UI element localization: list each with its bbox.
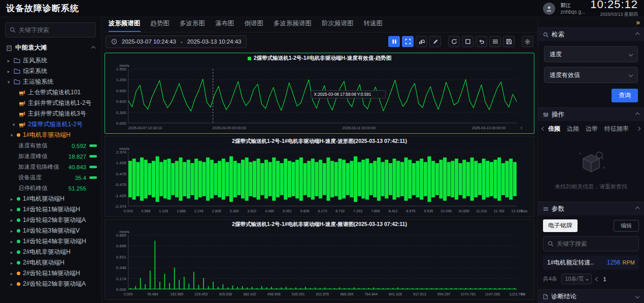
chevron-down-icon[interactable]	[635, 294, 639, 298]
spectrum-chart-panel[interactable]: 2煤带式输送机1-2号-1#电机非驱动端H-速度-频谱图(2025-03-13 …	[105, 219, 534, 300]
tree-item[interactable]: 上仓带式输送机101	[0, 87, 101, 98]
list-icon[interactable]	[489, 36, 501, 47]
view-tab[interactable]: 倒谱图	[245, 19, 264, 32]
chevron-right-icon[interactable]: ▸	[6, 58, 11, 63]
chevron-right-icon[interactable]: ▸	[9, 282, 14, 287]
pause-icon[interactable]	[388, 36, 400, 47]
page-size-select[interactable]: 10条/页	[561, 274, 592, 284]
waveform-chart-panel[interactable]: 2煤带式输送机1-2号-1#电机非驱动端H-速度-波形图(2025-03-13 …	[105, 136, 534, 217]
waveform-chart[interactable]: 2.3741.4250.475-0.475-1.425-2.374mm/s0.0…	[105, 145, 534, 216]
main-panel: 波形频谱图趋势图多波形图瀑布图倒谱图多波形频谱图阶次频谱图转速图 2025-03…	[101, 17, 537, 303]
section-diagnosis-header[interactable]: 诊断结论	[538, 289, 644, 303]
tree-root[interactable]: 中能袁大滩	[0, 43, 101, 55]
view-tab[interactable]: 多波形图	[180, 19, 205, 32]
chevron-right-icon[interactable]: ▸	[9, 207, 14, 212]
tree-item[interactable]: ▾主运输系统	[0, 77, 101, 87]
svg-text:0.000: 0.000	[116, 121, 126, 126]
tree-item[interactable]: ▸2#电机非驱动端H	[0, 247, 101, 257]
date-range-picker[interactable]: 2025-03-07 10:24:43 - 2025-03-13 10:24:4…	[106, 35, 247, 48]
refresh-icon[interactable]	[448, 36, 460, 47]
user-avatar[interactable]	[543, 3, 555, 15]
tree-item[interactable]: ▾1#电机非驱动端H	[0, 130, 101, 140]
tree-item[interactable]: ▸1#齿轮箱2轴非驱动端A	[0, 215, 101, 225]
site-icon	[6, 45, 12, 51]
chevron-up-icon[interactable]	[635, 112, 639, 117]
tree-item[interactable]: ▸综采系统	[0, 66, 101, 77]
user-meta[interactable]: 郭江 znhbqs g...	[560, 2, 585, 15]
chevron-down-icon[interactable]: ▾	[9, 133, 14, 138]
view-tab[interactable]: 转速图	[364, 19, 383, 32]
chevron-up-icon[interactable]	[91, 46, 95, 50]
section-ops-header[interactable]: 操作	[538, 107, 644, 121]
ops-tab[interactable]: 边带	[586, 125, 598, 133]
view-tab[interactable]: 趋势图	[151, 19, 170, 32]
ops-tab[interactable]: 倍频	[548, 125, 560, 133]
sidebar-search-input[interactable]	[19, 26, 91, 33]
params-search-input[interactable]	[557, 240, 634, 247]
tree-item[interactable]: ▸1#电机驱动端H	[0, 194, 101, 204]
trend-chart[interactable]: 1.5001.2000.9000.6000.3000.000mm/s2025-0…	[105, 62, 534, 133]
charts-area: 2煤带式输送机1-2号-1#电机非驱动端H-速度有效值-趋势图 1.5001.2…	[101, 51, 537, 303]
ops-tab[interactable]: 边频	[567, 125, 579, 133]
param-unit: RPM	[623, 259, 635, 266]
tree-item[interactable]: ▸2#齿轮箱1轴驱动端H	[0, 268, 101, 279]
fullscreen-icon[interactable]	[402, 36, 414, 47]
chevron-right-icon[interactable]: ▸	[9, 229, 14, 234]
chevron-up-icon[interactable]	[635, 32, 639, 36]
tree-item[interactable]: ▸压风系统	[0, 55, 101, 66]
signal-type-select[interactable]: 速度	[544, 46, 638, 62]
tabs-scroll-right-icon[interactable]	[637, 127, 640, 130]
zoom-select-icon[interactable]	[416, 36, 427, 47]
conveyor-icon	[19, 122, 25, 128]
undo-icon[interactable]	[476, 36, 487, 47]
settings-icon[interactable]	[522, 36, 533, 47]
chevron-right-icon[interactable]: ▸	[9, 250, 14, 255]
view-tab[interactable]: 多波形频谱图	[274, 19, 312, 32]
svg-text:0.000: 0.000	[124, 292, 133, 296]
user-org: znhbqs g...	[560, 9, 585, 15]
section-search-header[interactable]: 检索	[538, 27, 644, 41]
tree-item[interactable]: ▸1#齿轮箱1轴驱动端H	[0, 204, 101, 215]
svg-text:611.875: 611.875	[316, 292, 329, 296]
tree-item[interactable]: ▾2煤带式输送机1-2号	[0, 119, 101, 130]
trend-chart-panel[interactable]: 2煤带式输送机1-2号-1#电机非驱动端H-速度有效值-趋势图 1.5001.2…	[105, 53, 534, 134]
chevron-right-icon[interactable]: ▸	[9, 239, 14, 244]
tree-item[interactable]: 主斜井带式输送机3号	[0, 108, 101, 119]
spectrum-chart[interactable]: 0.8690.6950.5210.3480.1740.000mm/s0.0007…	[105, 228, 534, 299]
tabs-scroll-left-icon[interactable]	[542, 127, 545, 130]
param-row[interactable]: 1#电机额定转速.. 1256 RPM	[543, 255, 639, 270]
chevron-right-icon[interactable]: ▸	[9, 260, 14, 266]
collapse-panel-icon[interactable]: »	[636, 18, 640, 26]
tree-item[interactable]: ▸1#齿轮箱3轴驱动端V	[0, 225, 101, 236]
view-tab[interactable]: 波形频谱图	[109, 19, 141, 32]
restore-icon[interactable]	[462, 36, 473, 47]
tree-item[interactable]: 主斜井带式输送机1-2号	[0, 98, 101, 108]
view-tab[interactable]: 瀑布图	[215, 19, 234, 32]
chevron-down-icon[interactable]: ▾	[6, 80, 11, 85]
chevron-right-icon[interactable]: ▸	[9, 218, 14, 223]
chevron-right-icon[interactable]: ▸	[9, 197, 14, 202]
chevron-down-icon[interactable]: ▾	[11, 122, 16, 127]
nameplate-button[interactable]: 电子铭牌	[543, 219, 578, 232]
chevron-right-icon[interactable]: ▸	[6, 69, 11, 74]
sidebar-search[interactable]	[5, 22, 96, 37]
chevron-up-icon[interactable]	[635, 207, 639, 211]
param-value: 1256	[607, 259, 621, 266]
query-button[interactable]: 查询	[612, 89, 638, 102]
annotate-icon[interactable]	[429, 36, 441, 47]
svg-text:688.359: 688.359	[340, 292, 353, 296]
section-params-header[interactable]: 参数	[538, 202, 644, 215]
tree-item[interactable]: ▸2#齿轮箱2轴非驱动端A	[0, 279, 101, 289]
prev-page-icon[interactable]	[595, 277, 599, 281]
tree-item[interactable]: ▸1#齿轮箱4轴非驱动端H	[0, 236, 101, 247]
params-search[interactable]	[543, 236, 639, 251]
edit-button[interactable]: 编辑	[614, 220, 639, 232]
tree-item[interactable]: ▸2#电机驱动端H	[0, 257, 101, 268]
current-page[interactable]: 1	[603, 276, 606, 282]
ops-tab[interactable]: 特征频率	[604, 125, 629, 133]
chevron-right-icon[interactable]: ▸	[9, 271, 14, 276]
tree-item-label: 1#齿轮箱3轴驱动端V	[23, 226, 80, 235]
metric-select[interactable]: 速度有效值	[544, 67, 638, 83]
view-tab[interactable]: 阶次频谱图	[322, 19, 354, 32]
save-icon[interactable]	[503, 36, 515, 47]
